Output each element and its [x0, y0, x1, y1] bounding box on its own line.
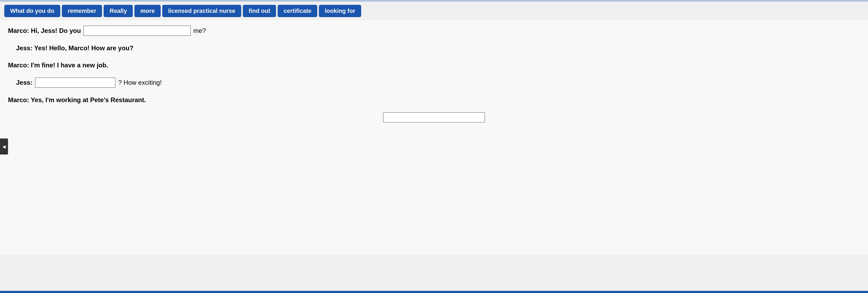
left-arrow-button[interactable]: [0, 139, 8, 154]
speaker-jess-2: Jess: Yes! Hello, Marco! How are you?: [16, 43, 133, 53]
word-bank: What do you dorememberReallymorelicensed…: [0, 2, 868, 20]
speaker-jess-4: Jess:: [16, 78, 32, 87]
blank-1[interactable]: [84, 26, 191, 36]
speaker-label: Jess:: [16, 79, 32, 86]
speaker-label: Jess:: [16, 44, 32, 51]
bottom-blue-bar: [0, 291, 868, 293]
speaker-marco-5: Marco: Yes, I'm working at Pete's Restau…: [8, 95, 146, 105]
dialogue-line-2: Jess: Yes! Hello, Marco! How are you?: [8, 43, 860, 53]
dialogue-line-3: Marco: I'm fine! I have a new job.: [8, 61, 860, 70]
word-chip-0[interactable]: What do you do: [4, 5, 60, 17]
bottom-blank-area: [8, 112, 860, 122]
line4-suffix: ? How exciting!: [118, 78, 162, 87]
word-chip-5[interactable]: find out: [243, 5, 276, 17]
word-chip-2[interactable]: Really: [103, 5, 133, 17]
dialogue-line-4: Jess: ? How exciting!: [8, 77, 860, 88]
speaker-marco-1: Marco: Hi, Jess! Do you: [8, 26, 81, 36]
blank-2[interactable]: [35, 77, 115, 88]
dialogue-line-1: Marco: Hi, Jess! Do you me?: [8, 26, 860, 36]
speaker-label: Marco:: [8, 96, 29, 104]
speaker-label: Marco:: [8, 62, 29, 69]
speaker-label: Marco:: [8, 27, 29, 34]
word-chip-1[interactable]: remember: [62, 5, 102, 17]
word-chip-6[interactable]: certificate: [278, 5, 317, 17]
line1-suffix: me?: [193, 26, 206, 36]
word-chip-4[interactable]: licensed practical nurse: [162, 5, 241, 17]
word-chip-3[interactable]: more: [134, 5, 161, 17]
content-area: Marco: Hi, Jess! Do you me? Jess: Yes! H…: [0, 20, 868, 255]
speaker-marco-3: Marco: I'm fine! I have a new job.: [8, 61, 108, 70]
dialogue-line-5: Marco: Yes, I'm working at Pete's Restau…: [8, 95, 860, 105]
word-chip-7[interactable]: looking for: [319, 5, 361, 17]
blank-3[interactable]: [383, 112, 485, 122]
